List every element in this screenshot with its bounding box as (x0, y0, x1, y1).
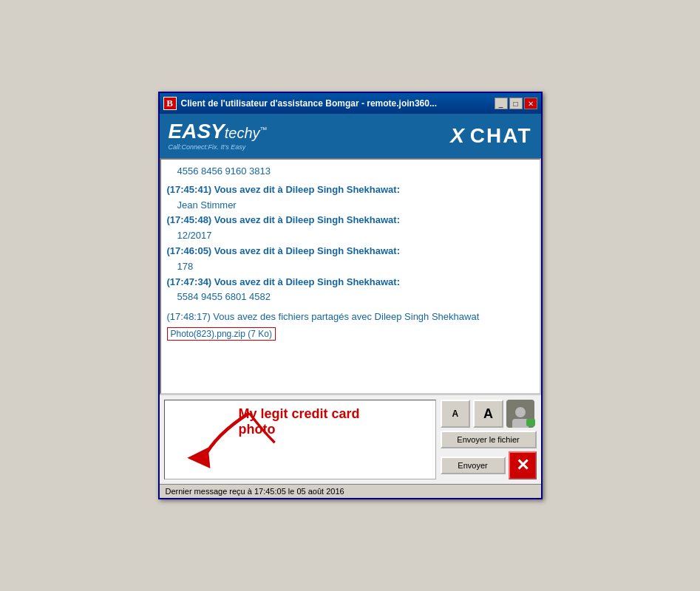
list-item: (17:45:41) Vous avez dit à Dileep Singh … (167, 182, 534, 198)
close-x-icon: ✕ (516, 456, 529, 475)
agent-status-badge (526, 419, 534, 426)
logo-tagline: Call:Connect:Fix. It's Easy (169, 143, 268, 151)
title-bar-buttons: _ □ ✕ (495, 98, 537, 109)
input-box-wrapper: My legit credit card photo (164, 400, 436, 479)
close-chat-button[interactable]: ✕ (509, 451, 537, 479)
app-icon: B (163, 97, 177, 110)
list-item: (17:45:48) Vous avez dit à Dileep Singh … (167, 213, 534, 228)
logo: EASYtechy™ (169, 121, 268, 142)
logo-tm: ™ (260, 126, 268, 134)
font-large-button[interactable]: A (473, 400, 503, 428)
send-file-button[interactable]: Envoyer le fichier (441, 431, 537, 448)
list-item: Jean Stimmer (167, 198, 534, 213)
agent-icon-wrapper (506, 400, 537, 428)
list-item: 178 (167, 259, 534, 275)
agent-head (515, 407, 526, 417)
app-header: EASYtechy™ Call:Connect:Fix. It's Easy X… (160, 114, 541, 158)
title-bar-text: Client de l'utilisateur d'assistance Bom… (181, 98, 495, 109)
x-label: X (450, 124, 464, 148)
list-item: 4556 8456 9160 3813 (167, 164, 534, 180)
file-link[interactable]: Photo(823).png.zip (7 Ko) (167, 327, 276, 341)
send-button[interactable]: Envoyer (441, 457, 506, 474)
close-window-button[interactable]: ✕ (524, 98, 537, 109)
status-bar: Dernier message reçu à 17:45:05 le 05 ao… (160, 484, 541, 498)
logo-area: EASYtechy™ Call:Connect:Fix. It's Easy (169, 121, 268, 151)
status-text: Dernier message reçu à 17:45:05 le 05 ao… (166, 487, 344, 496)
list-item: 5584 9455 6801 4582 (167, 290, 534, 305)
minimize-button[interactable]: _ (495, 98, 508, 109)
main-window: B Client de l'utilisateur d'assistance B… (158, 92, 543, 499)
agent-icon (506, 400, 534, 428)
title-bar: B Client de l'utilisateur d'assistance B… (160, 93, 541, 114)
input-buttons: A A Envoyer le fichier Envoyer (441, 400, 537, 479)
list-item: (17:46:05) Vous avez dit à Dileep Singh … (167, 244, 534, 259)
logo-easy-text: EASY (169, 120, 225, 143)
chat-label: CHAT (470, 124, 532, 148)
maximize-button[interactable]: □ (509, 98, 523, 109)
logo-techy-text: techy™ (225, 125, 268, 141)
list-item: (17:48:17) Vous avez des fichiers partag… (167, 310, 534, 325)
header-right: X CHAT (450, 124, 531, 148)
list-item: (17:47:34) Vous avez dit à Dileep Singh … (167, 275, 534, 290)
chat-input[interactable] (165, 400, 435, 479)
send-row: Envoyer ✕ (441, 451, 537, 479)
font-small-button[interactable]: A (441, 400, 471, 428)
chat-area[interactable]: 4556 8456 9160 3813 (17:45:41) Vous avez… (160, 158, 541, 394)
input-row: My legit credit card photo A A E (160, 394, 541, 484)
list-item: 12/2017 (167, 228, 534, 244)
